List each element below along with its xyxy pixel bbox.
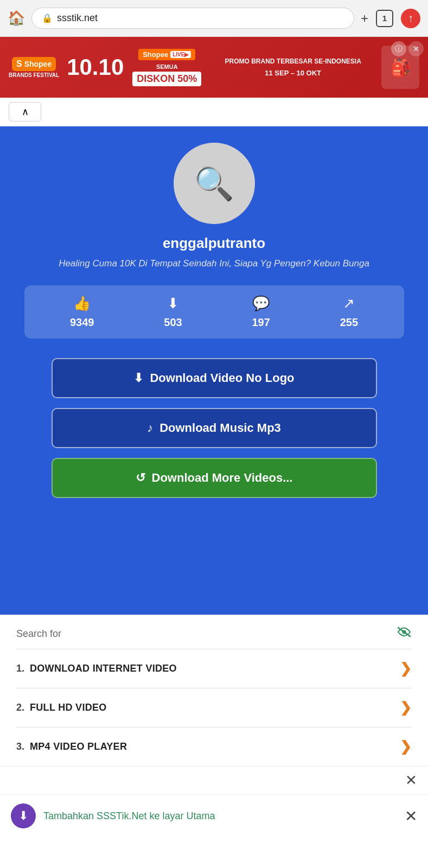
search-item-2-number: 2. xyxy=(16,702,24,713)
search-item-3-label: MP4 VIDEO PLAYER xyxy=(30,741,127,752)
home-icon[interactable]: 🏠 xyxy=(8,10,25,27)
stat-likes: 👍 9349 xyxy=(70,295,94,329)
search-item-2-chevron: ❯ xyxy=(400,699,412,716)
stat-comments: 💬 197 xyxy=(252,295,270,329)
stat-downloads: ⬇ 503 xyxy=(164,295,182,329)
search-eye-icon[interactable] xyxy=(397,626,412,641)
search-item-3[interactable]: 3. MP4 VIDEO PLAYER ❯ xyxy=(16,727,412,766)
search-item-1-label: DOWNLOAD INTERNET VIDEO xyxy=(30,663,177,674)
search-panel: Search for 1. DOWNLOAD INTERNET VIDEO ❯ … xyxy=(0,615,428,766)
ad-info-button[interactable]: ⓘ xyxy=(391,41,406,56)
search-item-3-number: 3. xyxy=(16,741,24,752)
lock-icon: 🔒 xyxy=(42,13,53,23)
ad-banner: S Shopee BRANDS FESTIVAL 10.10 Shopee LI… xyxy=(0,37,428,98)
bottom-bar: ⬇ Tambahkan SSSTik.Net ke layar Utama ✕ xyxy=(0,794,428,837)
bottom-download-symbol: ⬇ xyxy=(18,809,28,823)
bio-text: Healing Cuma 10K Di Tempat Seindah Ini, … xyxy=(59,257,369,270)
search-item-1-chevron: ❯ xyxy=(400,660,412,677)
download-music-label: Download Music Mp3 xyxy=(159,421,281,435)
big-number-text: 10.10 xyxy=(67,56,124,79)
comments-value: 197 xyxy=(252,316,270,329)
ad-close-button[interactable]: ✕ xyxy=(408,41,424,56)
upload-icon: ↑ xyxy=(408,12,413,24)
downloads-icon: ⬇ xyxy=(167,295,179,312)
comments-icon: 💬 xyxy=(252,295,270,312)
add-tab-button[interactable]: + xyxy=(361,11,368,26)
search-item-3-row: 3. MP4 VIDEO PLAYER xyxy=(16,741,127,752)
download-video-button[interactable]: ⬇ Download Video No Logo xyxy=(52,358,377,398)
collapse-button[interactable]: ∧ xyxy=(9,102,41,122)
promo-title: PROMO BRAND TERBESAR SE-INDONESIA xyxy=(212,58,374,66)
download-more-icon: ↺ xyxy=(136,471,145,485)
search-header: Search for xyxy=(16,626,412,649)
ad-dates: 11 SEP – 10 OKT xyxy=(212,69,374,77)
collapse-icon: ∧ xyxy=(22,106,29,118)
live-badge: LIVE▶ xyxy=(170,51,191,58)
shares-value: 255 xyxy=(340,316,358,329)
stat-shares: ↗ 255 xyxy=(340,295,358,329)
search-close-button[interactable]: ✕ xyxy=(405,772,417,789)
bottom-bar-close-button[interactable]: ✕ xyxy=(405,807,417,825)
browser-actions: + 1 ↑ xyxy=(361,9,420,28)
tab-count[interactable]: 1 xyxy=(376,10,393,27)
search-item-1[interactable]: 1. DOWNLOAD INTERNET VIDEO ❯ xyxy=(16,649,412,688)
download-more-button[interactable]: ↺ Download More Videos... xyxy=(52,458,377,498)
username: enggalputranto xyxy=(163,235,265,252)
search-item-3-chevron: ❯ xyxy=(400,738,412,755)
browser-chrome: 🏠 🔒 ssstik.net + 1 ↑ xyxy=(0,0,428,37)
downloads-value: 503 xyxy=(164,316,182,329)
upload-button[interactable]: ↑ xyxy=(401,9,420,28)
avatar: 🔍 xyxy=(174,143,255,224)
shopee-live-badge: Shopee xyxy=(143,50,168,59)
diskon-label: DISKON 50% xyxy=(132,72,201,86)
download-music-button[interactable]: ♪ Download Music Mp3 xyxy=(52,408,377,448)
search-item-2[interactable]: 2. FULL HD VIDEO ❯ xyxy=(16,688,412,727)
search-close-row: ✕ xyxy=(0,766,428,794)
main-content: 🔍 enggalputranto Healing Cuma 10K Di Tem… xyxy=(0,126,428,615)
search-for-label: Search for xyxy=(16,628,61,640)
url-text: ssstik.net xyxy=(57,12,98,24)
search-item-2-label: FULL HD VIDEO xyxy=(30,702,107,713)
download-video-label: Download Video No Logo xyxy=(150,371,294,385)
avatar-placeholder: 🔍 xyxy=(194,164,234,203)
brands-festival-text: BRANDS FESTIVAL xyxy=(9,72,59,78)
download-music-icon: ♪ xyxy=(147,421,153,435)
bottom-bar-left: ⬇ Tambahkan SSSTik.Net ke layar Utama xyxy=(11,803,215,828)
shares-icon: ↗ xyxy=(343,295,355,312)
bottom-bar-download-icon: ⬇ xyxy=(11,803,36,828)
search-item-1-row: 1. DOWNLOAD INTERNET VIDEO xyxy=(16,663,177,674)
download-more-label: Download More Videos... xyxy=(152,471,293,485)
search-close-icon: ✕ xyxy=(405,772,417,788)
collapse-bar: ∧ xyxy=(0,98,428,126)
bottom-bar-close-icon: ✕ xyxy=(405,808,417,825)
close-icon: ✕ xyxy=(413,44,419,53)
shopee-logo-icon: S xyxy=(16,59,22,69)
semua-label: SEMUA xyxy=(132,63,201,70)
product-icon: 🎒 xyxy=(391,58,411,77)
likes-icon: 👍 xyxy=(73,295,91,312)
search-item-1-number: 1. xyxy=(16,663,24,674)
url-bar[interactable]: 🔒 ssstik.net xyxy=(31,8,354,29)
info-icon: ⓘ xyxy=(395,44,403,54)
stats-box: 👍 9349 ⬇ 503 💬 197 ↗ 255 xyxy=(24,285,404,339)
likes-value: 9349 xyxy=(70,316,94,329)
download-video-icon: ⬇ xyxy=(133,371,143,385)
bottom-bar-text: Tambahkan SSSTik.Net ke layar Utama xyxy=(43,810,215,822)
ad-banner-inner: S Shopee BRANDS FESTIVAL 10.10 Shopee LI… xyxy=(9,46,419,89)
shopee-brand-name: Shopee xyxy=(24,60,52,68)
search-item-2-row: 2. FULL HD VIDEO xyxy=(16,702,107,713)
